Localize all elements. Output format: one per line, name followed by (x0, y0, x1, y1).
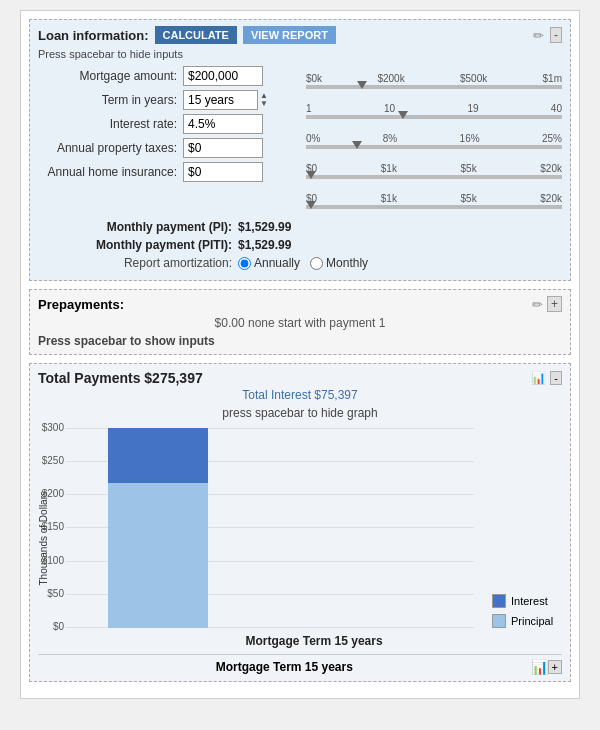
y-axis-label: Thousands of Dollars (38, 491, 49, 586)
term-input-wrap: ▲ ▼ (183, 90, 268, 110)
x-axis-label: Mortgage Term 15 years (66, 634, 562, 648)
insurance-track[interactable] (306, 205, 562, 209)
tax-row: Annual property taxes: (38, 138, 298, 158)
spinner-down[interactable]: ▼ (260, 100, 268, 108)
legend-area: Interest Principal (482, 584, 562, 628)
tax-scale-2: $5k (461, 163, 477, 174)
tax-slider-row: $0 $1k $5k $20k (306, 158, 562, 186)
bars-container (98, 428, 474, 628)
radio-monthly[interactable] (310, 257, 323, 270)
term-track[interactable] (306, 115, 562, 119)
totals-collapse-icon[interactable]: - (550, 371, 562, 385)
graph-hint: press spacebar to hide graph (38, 406, 562, 420)
mortgage-label: Mortgage amount: (38, 69, 183, 83)
edit-icon[interactable]: ✏ (533, 28, 544, 43)
amort-monthly-label: Monthly (326, 256, 368, 270)
prep-content: $0.00 none start with payment 1 (38, 316, 562, 330)
amort-annually-label: Annually (254, 256, 300, 270)
amort-label: Report amortization: (38, 256, 238, 270)
legend-item-interest: Interest (492, 594, 562, 608)
mortgage-input[interactable] (183, 66, 263, 86)
mortgage-slider-row: $0k $200k $500k $1m (306, 68, 562, 96)
mortgage-thumb[interactable] (357, 81, 367, 89)
rate-label: Interest rate: (38, 117, 183, 131)
payment-piti-value: $1,529.99 (238, 238, 291, 252)
mortgage-scale-2: $500k (460, 73, 487, 84)
term-spinner[interactable]: ▲ ▼ (260, 92, 268, 108)
page-container: Loan information: CALCULATE VIEW REPORT … (20, 10, 580, 699)
grid-label-250: $250 (34, 455, 64, 466)
radio-annually[interactable] (238, 257, 251, 270)
legend-label-principal: Principal (511, 615, 553, 627)
tax-track[interactable] (306, 175, 562, 179)
insurance-label: Annual home insurance: (38, 165, 183, 179)
chart-footer-expand-icon[interactable]: + (548, 660, 562, 674)
mortgage-scale-1: $200k (377, 73, 404, 84)
insurance-input[interactable] (183, 162, 263, 182)
term-scale-labels: 1 10 19 40 (306, 103, 562, 114)
mortgage-slider[interactable]: $0k $200k $500k $1m (306, 73, 562, 91)
term-input[interactable] (183, 90, 258, 110)
tax-input[interactable] (183, 138, 263, 158)
rate-scale-1: 8% (383, 133, 397, 144)
tax-thumb[interactable] (306, 171, 316, 179)
amort-radio-group: Annually Monthly (238, 256, 368, 270)
amort-monthly[interactable]: Monthly (310, 256, 368, 270)
view-report-button[interactable]: VIEW REPORT (243, 26, 336, 44)
term-slider[interactable]: 1 10 19 40 (306, 103, 562, 121)
collapse-icon[interactable]: - (550, 27, 562, 43)
insurance-scale-labels: $0 $1k $5k $20k (306, 193, 562, 204)
rate-track[interactable] (306, 145, 562, 149)
mortgage-track[interactable] (306, 85, 562, 89)
term-thumb[interactable] (398, 111, 408, 119)
prep-edit-icon[interactable]: ✏ (532, 297, 543, 312)
rate-slider-row: 0% 8% 16% 25% (306, 128, 562, 156)
total-interest-label: Total Interest $75,397 (38, 388, 562, 402)
tax-label: Annual property taxes: (38, 141, 183, 155)
term-label: Term in years: (38, 93, 183, 107)
grid-label-200: $200 (34, 488, 64, 499)
term-row: Term in years: ▲ ▼ (38, 90, 298, 110)
legend-item-principal: Principal (492, 614, 562, 628)
chart-inner: $300 $250 $200 $150 $100 $50 $0 (66, 428, 562, 648)
payment-piti-row: Monthly payment (PITI): $1,529.99 (38, 238, 562, 252)
mortgage-scale-3: $1m (543, 73, 562, 84)
chart-body: $300 $250 $200 $150 $100 $50 $0 (66, 428, 562, 628)
totals-section: Total Payments $275,397 📊 - Total Intere… (29, 363, 571, 682)
prepayments-section: Prepayments: ✏ + $0.00 none start with p… (29, 289, 571, 355)
term-scale-0: 1 (306, 103, 312, 114)
chart-bars-and-grid: $300 $250 $200 $150 $100 $50 $0 (66, 428, 474, 628)
prep-title: Prepayments: (38, 297, 124, 312)
prep-spacebar-hint: Press spacebar to show inputs (38, 334, 562, 348)
payment-pi-row: Monthly payment (PI): $1,529.99 (38, 220, 562, 234)
loan-title: Loan information: (38, 28, 149, 43)
tax-scale-3: $20k (540, 163, 562, 174)
tax-slider[interactable]: $0 $1k $5k $20k (306, 163, 562, 181)
calculate-button[interactable]: CALCULATE (155, 26, 237, 44)
grid-label-300: $300 (34, 422, 64, 433)
prep-header: Prepayments: ✏ + (38, 296, 562, 312)
mortgage-row: Mortgage amount: (38, 66, 298, 86)
totals-header: Total Payments $275,397 📊 - (38, 370, 562, 386)
insurance-thumb[interactable] (306, 201, 316, 209)
bar-principal (108, 483, 208, 628)
payment-pi-label: Monthly payment (PI): (38, 220, 238, 234)
payment-piti-label: Monthly payment (PITI): (38, 238, 238, 252)
rate-scale-2: 16% (460, 133, 480, 144)
legend-color-interest (492, 594, 506, 608)
chart-footer-chart-icon[interactable]: 📊 (531, 659, 548, 675)
amort-annually[interactable]: Annually (238, 256, 300, 270)
rate-input[interactable] (183, 114, 263, 134)
rate-thumb[interactable] (352, 141, 362, 149)
rate-slider[interactable]: 0% 8% 16% 25% (306, 133, 562, 151)
chart-wrapper: Thousands of Dollars $300 $250 $200 $150… (38, 428, 562, 648)
insurance-scale-3: $20k (540, 193, 562, 204)
insurance-slider[interactable]: $0 $1k $5k $20k (306, 193, 562, 211)
grid-label-50: $50 (34, 588, 64, 599)
amort-row: Report amortization: Annually Monthly (38, 256, 562, 270)
mortgage-scale-labels: $0k $200k $500k $1m (306, 73, 562, 84)
rate-scale-0: 0% (306, 133, 320, 144)
slider-area: $0k $200k $500k $1m 1 (306, 66, 562, 216)
prep-expand-icon[interactable]: + (547, 296, 562, 312)
totals-chart-icon[interactable]: 📊 (531, 371, 546, 385)
